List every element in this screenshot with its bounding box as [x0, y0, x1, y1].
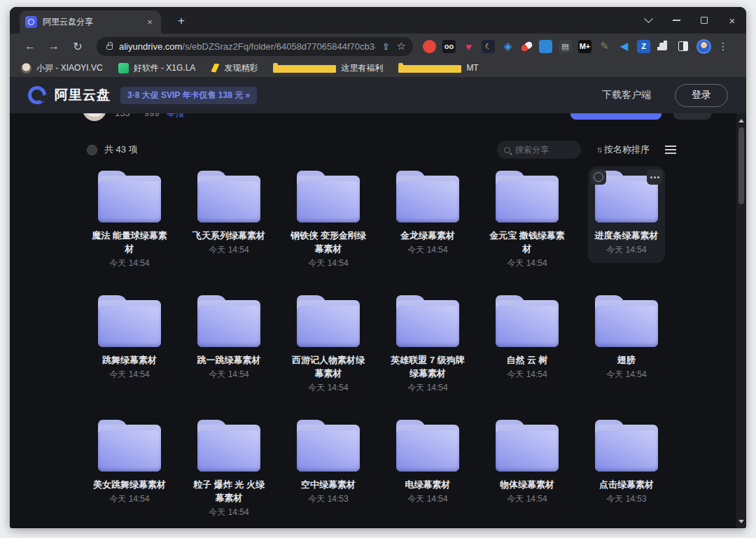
- maximize-button[interactable]: [690, 7, 718, 34]
- folder-item[interactable]: 跳舞绿幕素材 今天 14:54: [80, 291, 179, 416]
- adblock-icon[interactable]: [423, 40, 436, 53]
- folder-item[interactable]: 金元宝 撒钱绿幕素材 今天 14:54: [477, 167, 577, 291]
- profile-avatar[interactable]: [696, 39, 711, 54]
- url-text: aliyundrive.com/s/ebDZSraz2Fq/folder/640…: [119, 41, 375, 52]
- session-manager-icon[interactable]: ▤: [559, 40, 572, 53]
- bookmark-item[interactable]: MT: [398, 63, 478, 73]
- list-view-toggle-icon[interactable]: [665, 146, 676, 154]
- tab-title: 阿里云盘分享: [43, 16, 144, 28]
- item-more-icon[interactable]: [647, 169, 662, 185]
- folder-name: 美女跳舞绿幕素材: [92, 478, 167, 491]
- new-tab-button[interactable]: [172, 12, 190, 30]
- svip-promo-badge[interactable]: 3·8 大促 SVIP 年卡仅售 138 元 »: [120, 87, 257, 104]
- lock-icon: [106, 45, 113, 50]
- item-checkbox[interactable]: [591, 169, 606, 185]
- report-link[interactable]: 举报: [167, 113, 185, 118]
- bookmarks-bar: 小羿 - XIAOYI.VC 好软件 - X1G.LA 发现精彩 这里有福利 M…: [10, 59, 746, 77]
- folder-name: 金元宝 撒钱绿幕素材: [489, 229, 565, 255]
- tab-search-chevron-icon[interactable]: [634, 7, 662, 34]
- folder-item[interactable]: 西游记人物素材绿幕素材 今天 14:54: [279, 291, 378, 416]
- folder-icon: [595, 295, 658, 347]
- folder-icon: [496, 295, 559, 347]
- folder-item[interactable]: 物体绿幕素材 今天 14:54: [477, 416, 577, 528]
- minimize-button[interactable]: [662, 7, 690, 34]
- folder-time: 今天 14:54: [308, 257, 348, 269]
- folder-item[interactable]: 翅膀 今天 14:54: [577, 291, 676, 416]
- sort-control[interactable]: 按名称排序: [596, 143, 650, 156]
- folder-item[interactable]: 空中绿幕素材 今天 14:53: [279, 416, 378, 528]
- proxy-switch-icon[interactable]: oo: [442, 40, 456, 53]
- folder-time: 今天 14:54: [507, 369, 547, 381]
- folder-time: 今天 14:54: [209, 507, 248, 518]
- bookmark-item[interactable]: 小羿 - XIAOYI.VC: [21, 62, 103, 74]
- download-button-partial[interactable]: [673, 113, 711, 120]
- folder-item[interactable]: 跳一跳绿幕素材 今天 14:54: [179, 291, 279, 416]
- bookmark-item[interactable]: 发现精彩: [211, 62, 258, 74]
- scroll-down-arrow[interactable]: [736, 516, 746, 527]
- folder-item[interactable]: 钢铁侠 变形金刚绿幕素材 今天 14:54: [279, 167, 378, 291]
- bookmark-icon: [21, 63, 31, 73]
- window-controls: [634, 7, 746, 34]
- share-icon[interactable]: [382, 41, 390, 52]
- search-box[interactable]: [497, 141, 581, 159]
- bookmark-item[interactable]: 这里有福利: [273, 62, 383, 74]
- folder-name: 跳一跳绿幕素材: [191, 353, 267, 367]
- folder-item[interactable]: 自然 云 树 今天 14:54: [477, 291, 577, 416]
- folder-item[interactable]: 英雄联盟 7 级狗牌绿幕素材 今天 14:54: [378, 291, 477, 416]
- folder-icon: [98, 420, 161, 472]
- reload-icon[interactable]: [69, 37, 87, 55]
- folder-icon: [297, 171, 360, 222]
- zotero-icon[interactable]: Z: [637, 40, 650, 53]
- select-all-checkbox[interactable]: [87, 145, 97, 155]
- folder-name: 西游记人物素材绿幕素材: [290, 353, 366, 380]
- folder-item[interactable]: 金龙绿幕素材 今天 14:54: [378, 167, 477, 291]
- folder-item[interactable]: 美女跳舞绿幕素材 今天 14:54: [80, 416, 179, 528]
- capsule-icon[interactable]: [520, 40, 533, 52]
- address-bar[interactable]: aliyundrive.com/s/ebDZSraz2Fq/folder/640…: [97, 37, 413, 56]
- folder-grid: 魔法 能量球绿幕素材 今天 14:54 飞天系列绿幕素材 今天 14:54: [80, 167, 676, 528]
- folder-item[interactable]: 粒子 爆炸 光 火绿幕素材 今天 14:54: [179, 416, 279, 528]
- dark-reader-icon[interactable]: ☾: [482, 40, 495, 53]
- heart-icon[interactable]: ♥: [462, 40, 475, 53]
- browser-window: 阿里云盘分享 aliyundrive.com/s/ebDZSraz2Fq/fol…: [10, 7, 746, 528]
- folder-item[interactable]: 点击绿幕素材 今天 14:53: [577, 416, 676, 528]
- browser-toolbar: aliyundrive.com/s/ebDZSraz2Fq/folder/640…: [10, 34, 746, 59]
- close-button[interactable]: [718, 7, 746, 34]
- folder-time: 今天 14:54: [606, 369, 646, 381]
- folder-icon: [98, 171, 161, 222]
- folder-icon: [396, 420, 459, 472]
- forward-icon[interactable]: [45, 37, 63, 55]
- markdown-plus-icon[interactable]: M+: [578, 40, 592, 53]
- puzzle-icon[interactable]: [657, 40, 670, 53]
- save-to-drive-button-partial[interactable]: [570, 113, 662, 120]
- folder-name: 跳舞绿幕素材: [92, 353, 167, 367]
- folder-name: 粒子 爆炸 光 火绿幕素材: [191, 478, 267, 504]
- download-client-link[interactable]: 下载客户端: [602, 89, 651, 101]
- folder-icon: [396, 171, 459, 222]
- folder-time: 今天 14:54: [109, 257, 149, 269]
- split-tab-icon[interactable]: [676, 40, 690, 53]
- browser-tab[interactable]: 阿里云盘分享: [20, 10, 161, 34]
- search-input[interactable]: [515, 145, 571, 155]
- folder-item[interactable]: 飞天系列绿幕素材 今天 14:54: [179, 167, 279, 291]
- bookmark-star-icon[interactable]: [397, 40, 406, 52]
- scroll-up-arrow[interactable]: [736, 115, 746, 126]
- folder-item[interactable]: 进度条绿幕素材 今天 14:54: [577, 167, 676, 291]
- scrollbar-thumb[interactable]: [738, 127, 744, 204]
- folder-name: 进度条绿幕素材: [589, 229, 664, 242]
- folder-time: 今天 14:54: [109, 493, 149, 505]
- cat-icon[interactable]: [539, 40, 552, 53]
- folder-item[interactable]: 电绿幕素材 今天 14:54: [378, 416, 477, 528]
- layers-icon[interactable]: ◈: [501, 40, 514, 53]
- send-flag-icon[interactable]: ◀: [617, 40, 631, 53]
- pencil-icon[interactable]: ✎: [598, 40, 611, 53]
- tab-close-icon[interactable]: [144, 17, 155, 28]
- scrollbar[interactable]: [736, 113, 746, 528]
- login-button[interactable]: 登录: [675, 84, 728, 107]
- back-icon[interactable]: [21, 37, 39, 55]
- aliyundrive-logo: [28, 86, 46, 104]
- folder-item[interactable]: 魔法 能量球绿幕素材 今天 14:54: [80, 167, 179, 291]
- folder-time: 今天 14:54: [407, 493, 447, 505]
- chrome-menu-icon[interactable]: [718, 41, 728, 52]
- bookmark-item[interactable]: 好软件 - X1G.LA: [118, 62, 196, 74]
